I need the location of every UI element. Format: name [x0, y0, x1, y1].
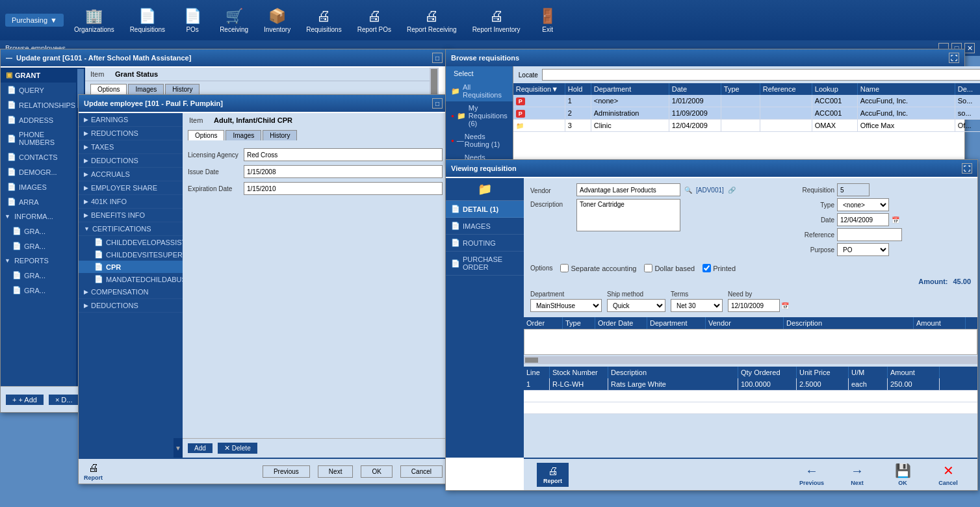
- emp-maximize-btn[interactable]: □: [432, 98, 443, 109]
- sidebar-subitem-gra3[interactable]: 📄 GRA...: [1, 268, 85, 283]
- emp-delete-button[interactable]: ✕ Delete: [218, 443, 257, 454]
- sidebar-item-contacts[interactable]: 📄 CONTACTS: [1, 150, 85, 164]
- toolbar-req-report[interactable]: 🖨 Requisitions: [298, 3, 349, 38]
- view-need-by-cal-icon[interactable]: 📅: [781, 302, 789, 309]
- view-purpose-select[interactable]: PO: [837, 243, 889, 256]
- emp-sidebar-401k[interactable]: ▶ 401K INFO: [79, 195, 183, 209]
- sidebar-item-relationships[interactable]: 📄 RELATIONSHIPS: [1, 98, 85, 112]
- view-separate-accounting[interactable]: Separate accounting: [560, 264, 636, 272]
- emp-licensing-input[interactable]: [244, 148, 443, 161]
- view-date-cal-icon[interactable]: 📅: [892, 216, 899, 224]
- dollar-based-checkbox[interactable]: [644, 264, 652, 272]
- col-hold[interactable]: Hold: [565, 83, 591, 95]
- emp-sidebar-childdevelop[interactable]: 📄 CHILDDEVELOPASSIST: [79, 236, 183, 248]
- purchasing-menu[interactable]: Purchasing ▼: [5, 14, 64, 27]
- col-reference[interactable]: Reference: [760, 83, 812, 95]
- sidebar-item-demogr[interactable]: 📄 DEMOGR...: [1, 164, 85, 179]
- view-need-by-input[interactable]: [728, 299, 780, 312]
- browse-select-button[interactable]: Select: [446, 66, 513, 81]
- emp-sidebar-scroll[interactable]: ▼: [174, 438, 183, 458]
- sidebar-subitem-gra2[interactable]: 📄 GRA...: [1, 239, 85, 254]
- view-req-maximize-btn[interactable]: ⛶: [962, 163, 972, 174]
- emp-issue-input[interactable]: [244, 165, 443, 178]
- emp-sidebar-earnings[interactable]: ▶ EARNINGS: [79, 113, 183, 127]
- grant-tab-images[interactable]: Images: [128, 84, 164, 94]
- browse-row-3[interactable]: 📁 3 Clinic 12/04/2009 OMAX Office Max Of…: [513, 120, 980, 132]
- view-reference-input[interactable]: [837, 228, 902, 241]
- view-order-scroll[interactable]: [524, 356, 977, 364]
- col-requisition[interactable]: Requisition▼: [513, 83, 565, 95]
- grant-add-button[interactable]: + + Add: [6, 395, 44, 405]
- emp-sidebar-taxes[interactable]: ▶ TAXES: [79, 140, 183, 154]
- sidebar-item-images[interactable]: 📄 IMAGES: [1, 179, 85, 194]
- browse-tree-needs-routing[interactable]: ● — Needs Routing (1): [446, 130, 513, 151]
- emp-sidebar-childdevsite[interactable]: 📄 CHILDDEVSITESUPERVPE: [79, 248, 183, 261]
- toolbar-organizations[interactable]: 🏢 Organizations: [66, 3, 122, 38]
- emp-sidebar-employer-share[interactable]: ▶ EMPLOYER SHARE: [79, 181, 183, 195]
- grant-maximize-btn[interactable]: □: [432, 53, 443, 63]
- emp-cancel-button[interactable]: Cancel: [400, 465, 443, 478]
- emp-sidebar-mandated[interactable]: 📄 MANDATEDCHILDABUS...: [79, 273, 183, 285]
- browse-locate-input[interactable]: [542, 69, 980, 81]
- emp-tab-images[interactable]: Images: [226, 130, 261, 140]
- col-department[interactable]: Department: [591, 83, 669, 95]
- sidebar-item-phone[interactable]: 📄 PHONE NUMBERS: [1, 127, 85, 150]
- view-line-row-2[interactable]: [524, 391, 977, 402]
- view-nav-routing[interactable]: 📄 ROUTING: [446, 235, 524, 252]
- view-vendor-input[interactable]: [576, 183, 680, 196]
- col-name[interactable]: Name: [858, 83, 955, 95]
- browse-row-1[interactable]: P 1 <none> 1/01/2009 ACC001 AccuFund, In…: [513, 95, 980, 107]
- view-vendor-search-icon[interactable]: 🔍: [684, 187, 692, 194]
- emp-sidebar-reductions[interactable]: ▶ REDUCTIONS: [79, 127, 183, 140]
- emp-expiration-input[interactable]: [244, 182, 443, 195]
- grant-tab-history[interactable]: History: [165, 84, 200, 94]
- sidebar-subitem-gra4[interactable]: 📄 GRA...: [1, 283, 85, 298]
- browse-row-2[interactable]: P 2 Administration 11/09/2009 ACC001 Acc…: [513, 107, 980, 120]
- emp-sidebar-compensation[interactable]: ▶ COMPENSATION: [79, 285, 183, 299]
- bg-close-btn[interactable]: ✕: [964, 43, 975, 53]
- view-previous-button[interactable]: ← Previous: [795, 463, 828, 486]
- sidebar-item-reports[interactable]: ▼ REPORTS: [1, 254, 85, 268]
- view-vendor-link-icon[interactable]: 🔗: [728, 187, 736, 194]
- view-printed[interactable]: Printed: [703, 264, 736, 272]
- view-nav-detail[interactable]: 📄 DETAIL (1): [446, 201, 524, 218]
- view-report-button[interactable]: 🖨 Report: [537, 463, 569, 487]
- toolbar-report-pos[interactable]: 🖨 Report POs: [350, 3, 399, 38]
- view-nav-purchase-order[interactable]: 📄 PURCHASE ORDER: [446, 252, 524, 276]
- emp-tab-history[interactable]: History: [263, 130, 297, 140]
- view-next-button[interactable]: → Next: [841, 463, 873, 486]
- browse-req-maximize-btn[interactable]: ⛶: [949, 53, 959, 63]
- browse-tree-all-req[interactable]: 📁 All Requisitions: [446, 81, 513, 101]
- view-type-select[interactable]: <none>: [837, 198, 889, 211]
- view-description-textarea[interactable]: Toner Cartridge: [576, 199, 680, 231]
- view-line-row-3[interactable]: [524, 402, 977, 414]
- view-nav-images[interactable]: 📄 IMAGES: [446, 218, 524, 235]
- view-cancel-button[interactable]: ✕ Cancel: [932, 463, 964, 486]
- col-date[interactable]: Date: [669, 83, 721, 95]
- sidebar-item-informa[interactable]: ▼ INFORMA...: [1, 209, 85, 224]
- col-type[interactable]: Type: [721, 83, 760, 95]
- view-req-num-input[interactable]: [837, 183, 870, 196]
- view-dollar-based[interactable]: Dollar based: [644, 264, 695, 272]
- emp-sidebar-certifications[interactable]: ▼ CERTIFICATIONS: [79, 222, 183, 236]
- browse-tree-my-req[interactable]: ● 📁 My Requisitions (6): [446, 101, 513, 130]
- emp-ok-button[interactable]: OK: [361, 465, 392, 478]
- separate-accounting-checkbox[interactable]: [560, 264, 569, 272]
- toolbar-requisitions[interactable]: 📄 Requisitions: [122, 3, 173, 38]
- emp-previous-button[interactable]: Previous: [263, 465, 310, 478]
- emp-add-button[interactable]: Add: [188, 443, 213, 453]
- grant-delete-button[interactable]: × D...: [49, 395, 79, 405]
- view-dept-select[interactable]: MainStHouse: [530, 299, 602, 312]
- view-line-row-1[interactable]: 1 R-LG-WH Rats Large White 100.0000 2.50…: [524, 378, 977, 391]
- view-ship-select[interactable]: Quick: [607, 299, 665, 312]
- emp-sidebar-deductions2[interactable]: ▶ DEDUCTIONS: [79, 299, 183, 313]
- toolbar-report-inventory[interactable]: 🖨 Report Inventory: [465, 3, 528, 38]
- emp-next-button[interactable]: Next: [318, 465, 354, 478]
- sidebar-item-query[interactable]: 📄 QUERY: [1, 83, 85, 98]
- toolbar-inventory[interactable]: 📦 Inventory: [256, 3, 298, 38]
- emp-report-button[interactable]: 🖨 Report: [84, 462, 103, 481]
- emp-tab-options[interactable]: Options: [188, 130, 224, 140]
- emp-sidebar-deductions[interactable]: ▶ DEDUCTIONS: [79, 154, 183, 168]
- toolbar-receiving[interactable]: 🛒 Receiving: [212, 3, 256, 38]
- emp-sidebar-accruals[interactable]: ▶ ACCRUALS: [79, 168, 183, 181]
